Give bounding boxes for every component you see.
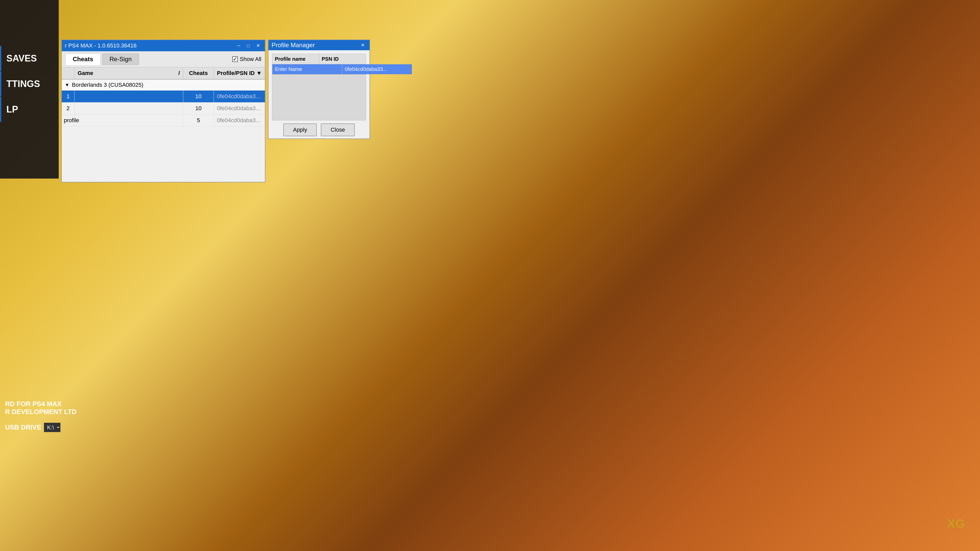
- row-game: [75, 91, 183, 102]
- usb-label: USB DRIVE: [5, 424, 41, 431]
- profile-titlebar: Profile Manager ✕: [269, 40, 369, 50]
- tab-bar: Cheats Re-Sign ✓ Show All: [62, 51, 265, 67]
- apply-button[interactable]: Apply: [283, 124, 317, 136]
- profile-name-input[interactable]: [272, 64, 342, 74]
- profile-content: Profile name PSN ID Apply Close: [269, 50, 369, 140]
- group-name: Borderlands 3 (CUSA08025): [72, 82, 143, 88]
- profile-psn-input[interactable]: [342, 64, 412, 74]
- sidebar-item-settings[interactable]: TTINGS: [0, 71, 59, 97]
- saves-table: Game / Cheats Profile/PSN ID ▼ ▼ Borderl…: [62, 67, 265, 182]
- tabs-container: Cheats Re-Sign: [65, 53, 139, 65]
- sidebar: SAVES TTINGS LP: [0, 0, 59, 179]
- th-psn[interactable]: Profile/PSN ID ▼: [214, 67, 265, 79]
- brand-line2: R DEVELOPMENT LTD: [5, 408, 76, 416]
- window-controls: ─ □ ✕: [235, 42, 262, 49]
- maximize-button[interactable]: □: [245, 42, 252, 49]
- profile-list-area: [272, 75, 366, 121]
- profile-close-button[interactable]: ✕: [359, 42, 366, 48]
- th-game[interactable]: Game /: [75, 67, 183, 79]
- main-window: r PS4 MAX - 1.0.6510.36416 ─ □ ✕ Cheats …: [61, 40, 266, 183]
- expand-arrow-icon: ▼: [65, 83, 69, 88]
- show-all-checkbox[interactable]: ✓: [232, 56, 238, 62]
- profile-table-header: Profile name PSN ID: [272, 54, 366, 64]
- table-row[interactable]: 1 10 0fe04cd0daba3...: [62, 91, 265, 103]
- logo: XG: [947, 516, 965, 530]
- show-all-label: Show All: [240, 56, 261, 62]
- row-game: [75, 114, 183, 126]
- minimize-button[interactable]: ─: [235, 42, 242, 49]
- sidebar-item-saves[interactable]: SAVES: [0, 46, 59, 71]
- row-cheats: 5: [183, 114, 214, 126]
- brand-line1: RD FOR PS4 MAX: [5, 400, 76, 408]
- brand-footer: RD FOR PS4 MAX R DEVELOPMENT LTD: [0, 397, 82, 418]
- main-titlebar: r PS4 MAX - 1.0.6510.36416 ─ □ ✕: [62, 40, 265, 51]
- tab-resign[interactable]: Re-Sign: [102, 53, 139, 65]
- row-psn: 0fe04cd0daba3...: [214, 91, 265, 102]
- profile-name-header: Profile name: [272, 54, 319, 64]
- table-row[interactable]: profile 5 0fe04cd0daba3...: [62, 114, 265, 127]
- tab-cheats[interactable]: Cheats: [65, 53, 100, 65]
- usb-drive-select[interactable]: K:\: [44, 423, 60, 432]
- group-borderlands[interactable]: ▼ Borderlands 3 (CUSA08025): [62, 79, 265, 91]
- row-num: 2: [62, 103, 75, 114]
- main-window-title: r PS4 MAX - 1.0.6510.36416: [65, 42, 137, 49]
- row-cheats: 10: [183, 91, 214, 102]
- th-cheats: Cheats: [183, 67, 214, 79]
- table-header: Game / Cheats Profile/PSN ID ▼: [62, 67, 265, 79]
- profile-input-row: [272, 64, 366, 75]
- table-row[interactable]: 2 10 0fe04cd0daba3...: [62, 103, 265, 114]
- th-num: [62, 67, 75, 79]
- profile-psn-header: PSN ID: [319, 54, 366, 64]
- row-psn: 0fe04cd0daba3...: [214, 103, 265, 114]
- sidebar-item-help[interactable]: LP: [0, 97, 59, 122]
- row-game: [75, 103, 183, 114]
- row-cheats: 10: [183, 103, 214, 114]
- profile-close-btn[interactable]: Close: [321, 124, 355, 136]
- profile-manager-window: Profile Manager ✕ Profile name PSN ID Ap…: [268, 40, 370, 139]
- show-all-area: ✓ Show All: [232, 56, 261, 62]
- usb-drive-area: USB DRIVE K:\: [0, 421, 65, 433]
- table-body: ▼ Borderlands 3 (CUSA08025) 1 10 0fe04cd…: [62, 79, 265, 182]
- profile-manager-title: Profile Manager: [272, 41, 315, 49]
- profile-buttons: Apply Close: [272, 121, 366, 136]
- row-num: 1: [62, 91, 75, 102]
- row-psn: 0fe04cd0daba3...: [214, 114, 265, 126]
- close-window-button[interactable]: ✕: [254, 42, 262, 49]
- row-num: profile: [62, 114, 75, 126]
